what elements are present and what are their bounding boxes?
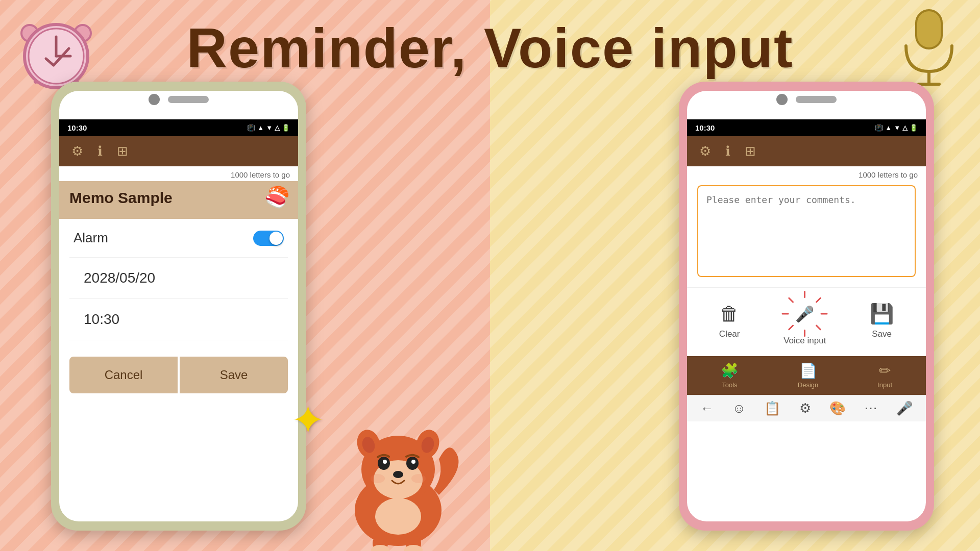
right-letter-count: 1000 letters to go — [687, 166, 926, 181]
right-tools-label: Tools — [722, 381, 737, 389]
signal-icon: ▲ — [257, 124, 264, 132]
right-save-button[interactable]: 💾 Save — [870, 303, 894, 339]
right-voice-mic-icon: 🎤 — [795, 305, 814, 323]
right-settings-icon[interactable]: ⚙ — [799, 400, 811, 416]
right-save-icon: 💾 — [870, 303, 894, 325]
left-date-row[interactable]: 2028/05/20 — [69, 258, 288, 299]
left-alarm-section: Alarm 2028/05/20 10:30 — [59, 219, 298, 340]
svg-point-28 — [411, 474, 426, 483]
right-mic-radiate: 🎤 — [787, 296, 823, 332]
right-phone-screen: 10:30 📳 ▲ ▼ △ 🔋 ⚙ ℹ ⊞ 1000 letter — [687, 91, 926, 521]
right-status-bar: 10:30 📳 ▲ ▼ △ 🔋 — [687, 119, 926, 136]
right-network-icon: △ — [902, 124, 908, 132]
radiate-5 — [804, 330, 805, 337]
right-nav-bar: ← ☺ 📋 ⚙ 🎨 ⋯ 🎤 — [687, 395, 926, 421]
svg-point-26 — [393, 471, 403, 478]
svg-point-29 — [375, 498, 421, 535]
left-cancel-button[interactable]: Cancel — [69, 357, 178, 393]
left-memo-card: Memo Sample 🍣 — [59, 181, 298, 219]
left-time-value: 10:30 — [84, 311, 119, 327]
right-info-icon[interactable]: ℹ — [725, 143, 730, 159]
wifi-icon: ▼ — [266, 124, 273, 132]
left-status-time: 10:30 — [67, 123, 87, 132]
right-phone-container: 10:30 📳 ▲ ▼ △ 🔋 ⚙ ℹ ⊞ 1000 letter — [679, 82, 934, 531]
right-puzzle-icon[interactable]: ⊞ — [745, 143, 756, 159]
left-alarm-label: Alarm — [74, 230, 108, 246]
svg-point-23 — [383, 460, 387, 464]
radiate-2 — [816, 297, 822, 303]
vibrate-icon: 📳 — [247, 124, 255, 132]
star-sparkle: ✦ — [291, 396, 325, 444]
left-alarm-toggle[interactable] — [253, 231, 284, 246]
right-design-label: Design — [798, 381, 818, 389]
left-puzzle-icon[interactable]: ⊞ — [117, 143, 128, 159]
right-signal-icon: ▲ — [885, 124, 892, 132]
right-bottom-tabs: 🧩 Tools 📄 Design ✏ Input — [687, 356, 926, 395]
right-tab-design[interactable]: 📄 Design — [798, 362, 818, 389]
right-emoji-icon[interactable]: ☺ — [732, 400, 746, 416]
right-status-time: 10:30 — [695, 123, 715, 132]
left-date-value: 2028/05/20 — [84, 270, 155, 286]
right-palette-icon[interactable]: 🎨 — [829, 400, 846, 416]
left-save-button[interactable]: Save — [180, 357, 288, 393]
right-trash-icon: 🗑 — [720, 303, 739, 325]
left-status-bar: 10:30 📳 ▲ ▼ △ 🔋 — [59, 119, 298, 136]
right-vibrate-icon: 📳 — [875, 124, 883, 132]
right-tab-input[interactable]: ✏ Input — [877, 362, 892, 389]
right-voice-input-button[interactable]: 🎤 Voice input — [783, 296, 826, 346]
right-phone-speaker — [796, 96, 837, 103]
left-memo-sticker: 🍣 — [264, 185, 290, 209]
right-clear-button[interactable]: 🗑 Clear — [719, 303, 740, 339]
left-time-row[interactable]: 10:30 — [69, 299, 288, 340]
radiate-7 — [782, 313, 789, 315]
right-tab-tools[interactable]: 🧩 Tools — [721, 362, 739, 389]
left-phone-camera — [149, 94, 160, 105]
left-bottom-buttons: Cancel Save — [59, 357, 298, 404]
right-clipboard-icon[interactable]: 📋 — [764, 400, 780, 416]
left-toggle-knob — [270, 232, 283, 245]
radiate-6 — [788, 324, 794, 331]
svg-rect-8 — [916, 10, 942, 48]
left-phone-speaker — [168, 96, 209, 103]
left-alarm-row: Alarm — [69, 219, 288, 258]
radiate-3 — [821, 313, 828, 315]
left-letter-count: 1000 letters to go — [59, 166, 298, 181]
left-status-icons: 📳 ▲ ▼ △ 🔋 — [247, 124, 290, 132]
right-mic-nav-icon[interactable]: 🎤 — [896, 400, 913, 416]
right-save-label: Save — [872, 329, 892, 339]
right-battery-icon: 🔋 — [910, 124, 918, 132]
content-wrapper: Reminder, Voice input 10:30 📳 ▲ ▼ △ 🔋 — [0, 0, 980, 551]
right-tools-icon: 🧩 — [721, 362, 739, 379]
right-phone-camera — [776, 94, 788, 105]
left-gear-icon[interactable]: ⚙ — [71, 143, 83, 159]
network-icon: △ — [275, 124, 280, 132]
battery-icon: 🔋 — [282, 124, 290, 132]
right-back-icon[interactable]: ← — [700, 400, 714, 416]
shiba-dog-character — [327, 388, 470, 551]
left-phone-frame: 10:30 📳 ▲ ▼ △ 🔋 ⚙ ℹ ⊞ 1000 letter — [51, 82, 306, 531]
svg-point-27 — [371, 474, 385, 483]
large-microphone-icon — [893, 5, 965, 87]
alarm-clock-icon — [15, 10, 97, 92]
radiate-1 — [804, 291, 805, 298]
svg-point-25 — [411, 460, 415, 464]
left-info-icon[interactable]: ℹ — [97, 143, 103, 159]
left-phone-top-bar — [149, 94, 209, 105]
right-design-icon: 📄 — [799, 362, 817, 379]
radiate-4 — [816, 324, 822, 331]
page-title: Reminder, Voice input — [186, 15, 793, 80]
left-memo-title: Memo Sample — [69, 189, 288, 207]
right-clear-label: Clear — [719, 329, 740, 339]
right-phone-frame: 10:30 📳 ▲ ▼ △ 🔋 ⚙ ℹ ⊞ 1000 letter — [679, 82, 934, 531]
right-comment-textarea[interactable] — [697, 185, 916, 277]
left-app-toolbar: ⚙ ℹ ⊞ — [59, 136, 298, 166]
right-gear-icon[interactable]: ⚙ — [699, 143, 711, 159]
right-more-icon[interactable]: ⋯ — [864, 400, 877, 416]
right-comment-area — [687, 181, 926, 287]
right-voice-label: Voice input — [783, 336, 826, 346]
right-phone-top-bar — [776, 94, 837, 105]
right-app-toolbar: ⚙ ℹ ⊞ — [687, 136, 926, 166]
radiate-8 — [788, 297, 794, 303]
right-voice-actions: 🗑 Clear — [687, 287, 926, 356]
right-wifi-icon: ▼ — [894, 124, 900, 132]
